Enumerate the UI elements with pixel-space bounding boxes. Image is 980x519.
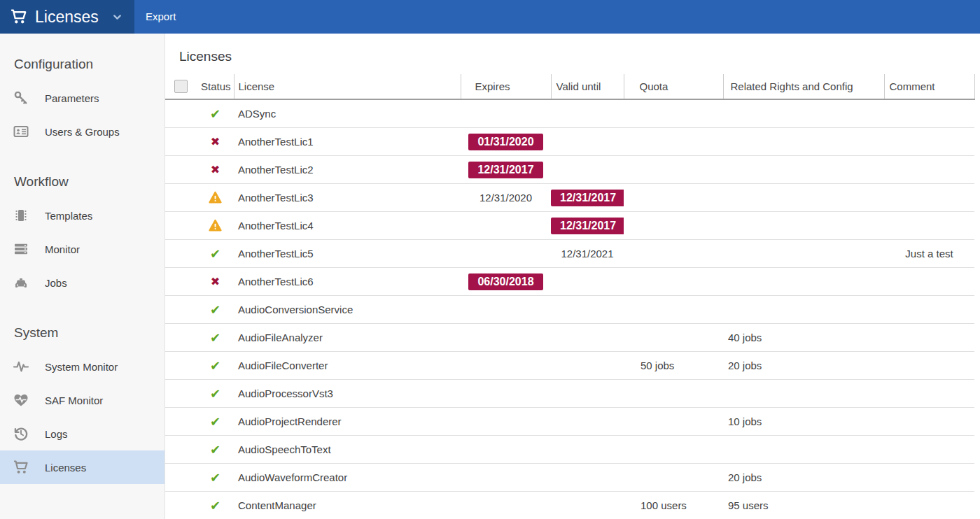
cell-value: AudioSpeechToText	[238, 443, 331, 455]
column-header-license[interactable]: License	[234, 74, 461, 99]
sidebar-item-system-monitor[interactable]: System Monitor	[0, 350, 164, 383]
row-select-cell[interactable]	[165, 156, 197, 184]
quota-cell	[624, 99, 723, 128]
cell-value: AudioWaveformCreator	[238, 471, 347, 483]
row-select-cell[interactable]	[165, 99, 197, 128]
row-select-cell[interactable]	[165, 184, 197, 212]
valid-until-cell	[551, 464, 624, 492]
cell-value: AudioFileAnalyzer	[238, 332, 323, 343]
table-row[interactable]: ✔ AudioSpeechToText	[165, 436, 974, 464]
date-badge: 12/31/2017	[551, 190, 624, 206]
row-select-cell[interactable]	[165, 240, 197, 268]
table-row[interactable]: AnotherTestLic3 12/31/2020 12/31/2017	[165, 184, 974, 212]
status-cell: ✔	[197, 324, 234, 352]
row-select-cell[interactable]	[165, 128, 197, 156]
related-rights-cell: 20 jobs	[723, 352, 884, 380]
table-row[interactable]: ✔ AudioFileAnalyzer 40 jobs	[165, 324, 974, 352]
status-ok-icon: ✔	[210, 304, 220, 316]
row-select-cell[interactable]	[165, 296, 197, 324]
expires-cell	[461, 436, 551, 464]
expires-cell: 12/31/2020	[461, 184, 551, 212]
valid-until-cell	[551, 268, 624, 296]
sidebar-item-jobs[interactable]: Jobs	[0, 266, 164, 299]
status-cell: ✔	[197, 99, 234, 128]
table-row[interactable]: ✔ AudioFileConverter 50 jobs 20 jobs	[165, 352, 974, 380]
sidebar-item-saf-monitor[interactable]: SAF Monitor	[0, 383, 164, 417]
license-table-body: ✔ ADSync ✖ AnotherTestLic1 01/31/2020 ✖ …	[165, 99, 974, 519]
sidebar-item-label: Monitor	[45, 243, 80, 255]
row-select-cell[interactable]	[165, 408, 197, 436]
table-row[interactable]: ✔ AudioProjectRenderer 10 jobs	[165, 408, 974, 436]
table-row[interactable]: ✖ AnotherTestLic1 01/31/2020	[165, 128, 974, 156]
row-select-cell[interactable]	[165, 436, 197, 464]
license-name-cell: AnotherTestLic2	[234, 156, 461, 184]
table-row[interactable]: ✔ AudioConversionService	[165, 296, 974, 324]
valid-until-cell	[551, 99, 624, 128]
select-all-checkbox[interactable]	[174, 80, 188, 93]
license-name-cell: AnotherTestLic6	[234, 268, 461, 296]
sidebar-item-users-groups[interactable]: Users & Groups	[0, 115, 164, 148]
row-select-cell[interactable]	[165, 464, 197, 492]
date-badge: 12/31/2017	[468, 162, 542, 178]
expires-cell: 06/30/2018	[461, 268, 551, 296]
license-name-cell: AnotherTestLic3	[234, 184, 461, 212]
column-header-comment[interactable]: Comment	[884, 74, 974, 99]
row-select-cell[interactable]	[165, 324, 197, 352]
license-name-cell: AudioConversionService	[234, 296, 461, 324]
status-cell: ✖	[197, 156, 234, 184]
row-select-cell[interactable]	[165, 380, 197, 408]
license-name-cell: AnotherTestLic5	[234, 240, 461, 268]
table-row[interactable]: ✔ AnotherTestLic5 12/31/2021 Just a test	[165, 240, 974, 268]
column-header-status[interactable]: Status	[197, 74, 234, 99]
status-ok-icon: ✔	[210, 360, 220, 372]
date-badge: 06/30/2018	[468, 273, 542, 290]
table-row[interactable]: ✖ AnotherTestLic2 12/31/2017	[165, 156, 974, 184]
table-row[interactable]: ✔ AudioProcessorVst3	[165, 380, 974, 408]
sidebar-item-templates[interactable]: Templates	[0, 199, 164, 232]
sidebar-item-parameters[interactable]: Parameters	[0, 81, 164, 115]
sidebar: Configuration Parameters	[0, 34, 165, 519]
license-name-cell: AnotherTestLic1	[234, 128, 461, 156]
table-row[interactable]: ✖ AnotherTestLic6 06/30/2018	[165, 268, 974, 296]
comment-cell	[884, 212, 974, 240]
table-header-row: Status License Expires Valid until Quota…	[165, 74, 974, 99]
status-cell: ✔	[197, 464, 234, 492]
menu-export[interactable]: Export	[134, 0, 187, 34]
comment-cell	[884, 380, 974, 408]
table-row[interactable]: ✔ AudioWaveformCreator 20 jobs	[165, 464, 974, 492]
table-row[interactable]: ✔ ADSync	[165, 99, 974, 128]
status-cell: ✔	[197, 380, 234, 408]
sidebar-item-licenses[interactable]: Licenses	[0, 450, 164, 484]
comment-cell	[884, 184, 974, 212]
column-header-valid-until[interactable]: Valid until	[551, 74, 624, 99]
status-cell: ✔	[197, 352, 234, 380]
sidebar-item-logs[interactable]: Logs	[0, 417, 164, 450]
row-select-cell[interactable]	[165, 212, 197, 240]
comment-cell	[884, 352, 974, 380]
status-error-icon: ✖	[211, 136, 220, 148]
status-warning-icon	[209, 191, 222, 204]
column-header-expires[interactable]: Expires	[461, 74, 551, 99]
column-header-quota[interactable]: Quota	[624, 74, 723, 99]
comment-cell	[884, 156, 974, 184]
row-select-cell[interactable]	[165, 352, 197, 380]
app-menu-button[interactable]: Licenses	[0, 0, 134, 34]
valid-until-cell: 12/31/2021	[551, 240, 624, 268]
section-title-workflow: Workflow	[0, 165, 164, 199]
row-select-cell[interactable]	[165, 492, 197, 519]
status-cell: ✔	[197, 296, 234, 324]
comment-cell	[884, 99, 974, 128]
comment-cell	[884, 436, 974, 464]
license-name-cell: AudioFileAnalyzer	[234, 324, 461, 352]
table-row[interactable]: ✔ ContentManager 100 users 95 users	[165, 492, 974, 519]
related-rights-cell	[723, 184, 884, 212]
table-row[interactable]: AnotherTestLic4 12/31/2017	[165, 212, 974, 240]
row-select-cell[interactable]	[165, 268, 197, 296]
quota-cell	[624, 156, 723, 184]
column-header-related-rights[interactable]: Related Rights and Config	[723, 74, 884, 99]
id-card-icon	[13, 123, 29, 140]
sidebar-item-label: Users & Groups	[45, 126, 120, 138]
quota-cell	[624, 240, 723, 268]
license-name-cell: AudioWaveformCreator	[234, 464, 461, 492]
sidebar-item-monitor[interactable]: Monitor	[0, 232, 164, 266]
